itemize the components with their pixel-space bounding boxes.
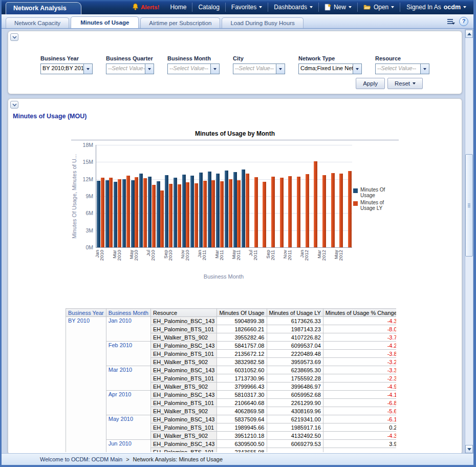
cell-business-month: Jan 2010	[106, 317, 150, 342]
nav-item-label: New	[334, 4, 346, 11]
arrow-up-icon	[467, 33, 471, 35]
tab-minutes-of-usage[interactable]: Minutes of Usage	[71, 16, 139, 28]
nav-item-catalog[interactable]: Catalog	[192, 3, 225, 12]
mou-table-container: Business YearBusiness MonthResourceMinut…	[66, 308, 396, 452]
column-header-business-month[interactable]: Business Month	[106, 309, 150, 317]
cell-pct-change: 3.96%	[323, 440, 396, 448]
gridline	[96, 145, 352, 145]
bar-mou-ly	[237, 180, 241, 247]
scrollbar-thumb[interactable]	[465, 154, 473, 257]
x-tick-label: Jul 2011	[249, 250, 258, 272]
bar-mou-ly	[246, 174, 249, 247]
cell-business-month: Apr 2010	[106, 391, 150, 415]
dropdown-arrow-icon[interactable]	[83, 64, 92, 74]
filter-select-business-year[interactable]: BY 2010;BY 2011;	[40, 63, 93, 74]
cell-mou-ly: 6059952.68	[267, 391, 323, 399]
filter-city: City--Select Value--	[233, 55, 285, 74]
scroll-up-button[interactable]	[465, 30, 473, 38]
nav-item-favorites[interactable]: Favorites	[225, 3, 268, 12]
nav-item-label: Favorites	[231, 4, 256, 11]
scroll-down-button[interactable]	[465, 445, 473, 453]
dropdown-arrow-icon[interactable]	[276, 64, 285, 74]
column-header-resource: Resource	[150, 309, 217, 317]
prompt-panel: Business YearBY 2010;BY 2011;Business Qu…	[8, 31, 462, 94]
top-nav: Alerts! HomeCatalogFavoritesDashboardsNe…	[132, 0, 473, 14]
dropdown-arrow-icon[interactable]	[210, 64, 219, 74]
x-tick-label: Mar 2012	[317, 250, 327, 272]
column-header-business-year[interactable]: Business Year	[66, 309, 106, 317]
signed-in-menu[interactable]: Signed In As ocdm	[400, 3, 468, 12]
x-tick-label: Sep 2010	[164, 250, 173, 272]
reset-button[interactable]: Reset	[387, 78, 423, 89]
filter-select-business-quarter[interactable]: --Select Value--	[106, 63, 154, 74]
bar-mou-ly	[178, 184, 181, 247]
dropdown-arrow-icon[interactable]	[420, 64, 429, 74]
breadcrumb-link[interactable]: Welcome to OCDM: OCDM Main	[40, 456, 122, 462]
filter-select-resource[interactable]: --Select Value--	[375, 63, 429, 74]
cell-mou-ly: 6238695.30	[267, 366, 323, 374]
tab-load-during-busy-hours[interactable]: Load During Busy Hours	[222, 17, 303, 28]
x-tick-label: Mar 2010	[113, 250, 122, 272]
section-title: Minutes of Usage (MOU)	[13, 113, 462, 120]
filter-label: Business Quarter	[106, 55, 154, 61]
folder-icon	[363, 4, 371, 10]
bar-mou-ly	[322, 175, 326, 247]
cell-pct-change: -5.69%	[323, 407, 396, 415]
nav-item-home[interactable]: Home	[164, 3, 192, 12]
collapse-section-icon[interactable]	[10, 101, 18, 109]
cell-mou: 3955282.46	[217, 333, 267, 342]
y-tick-label: 0M	[85, 244, 93, 250]
alerts-link[interactable]: Alerts!	[132, 3, 159, 12]
bar-mou	[225, 171, 228, 247]
dashboard-brand-title: Network Analysis	[6, 2, 81, 14]
bar-mou-ly	[288, 176, 292, 247]
bar-mou	[190, 176, 194, 247]
y-tick-label: 12M	[83, 176, 93, 182]
chart-plot-area	[96, 145, 352, 248]
collapse-section-icon[interactable]	[10, 33, 18, 41]
cell-mou-ly: 6099537.04	[267, 342, 323, 350]
tab-network-capacity[interactable]: Network Capacity	[6, 17, 69, 28]
bar-mou-ly	[126, 176, 130, 247]
nav-item-label: Open	[374, 4, 388, 11]
dropdown-arrow-icon[interactable]	[353, 64, 361, 74]
bar-mou	[242, 169, 245, 247]
page-options-icon[interactable]	[447, 18, 455, 25]
tab-airtime-per-subscription[interactable]: Airtime per Subscription	[140, 17, 220, 28]
dropdown-arrow-icon[interactable]	[145, 64, 154, 74]
x-tick-label: Nov 2010	[181, 250, 190, 272]
filter-label: City	[233, 55, 285, 61]
filter-select-city[interactable]: --Select Value--	[233, 63, 285, 74]
cell-pct-change: -3.82%	[323, 350, 396, 358]
cell-business-month: Mar 2010	[106, 366, 150, 391]
nav-item-dashboards[interactable]: Dashboards	[268, 3, 318, 12]
cell-resource: EH_Palomino_BSC_143	[150, 391, 217, 399]
cell-business-month: May 2010	[106, 415, 150, 440]
cell-mou-ly: 3996486.97	[267, 383, 323, 391]
cell-mou-ly: 1755592.28	[267, 374, 323, 383]
bar-mou-ly	[109, 178, 113, 247]
x-axis-title: Business Month	[96, 273, 352, 280]
cell-mou: 3951210.18	[217, 432, 267, 440]
x-tick-label: May 2010	[129, 250, 139, 272]
cell-pct-change: -4.12%	[323, 391, 396, 399]
filter-business-year: Business YearBY 2010;BY 2011;	[40, 55, 93, 74]
nav-item-open[interactable]: Open	[357, 3, 400, 12]
vertical-scrollbar[interactable]	[465, 29, 473, 454]
bar-mou	[122, 179, 126, 247]
help-icon[interactable]: ?	[459, 17, 468, 26]
cell-pct-change: -3.33%	[323, 366, 396, 374]
nav-item-new[interactable]: New	[318, 3, 357, 12]
bar-mou-ly	[143, 178, 147, 247]
cell-mou: 2106640.68	[217, 399, 267, 407]
cell-mou: 6031052.60	[217, 366, 267, 374]
filter-select-business-month[interactable]: --Select Value--	[167, 63, 220, 74]
bar-mou-ly	[263, 182, 266, 247]
new-document-icon	[324, 4, 331, 11]
nav-item-label: Dashboards	[274, 4, 307, 11]
bar-mou	[182, 175, 186, 247]
filter-select-network-type[interactable]: Cdma;Fixed Line Netw	[298, 63, 362, 74]
apply-button[interactable]: Apply	[356, 78, 385, 89]
cell-resource: EH_Walker_BTS_902	[150, 358, 217, 366]
y-tick-label: 15M	[83, 159, 93, 165]
